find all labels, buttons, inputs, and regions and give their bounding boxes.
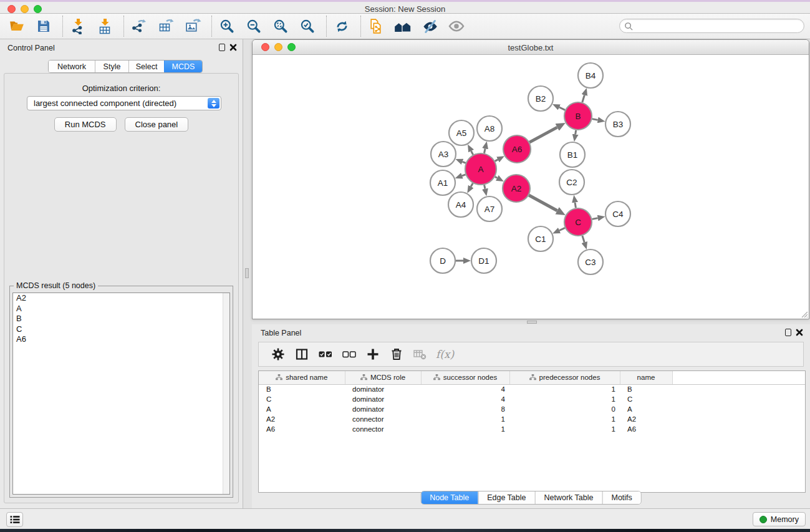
- graph-node-A6[interactable]: A6: [503, 135, 531, 163]
- import-table-button[interactable]: [95, 16, 114, 36]
- select-all-columns-button[interactable]: [316, 345, 335, 364]
- network-canvas[interactable]: B4B2BB3B1A5A8A6A3AA1C2A4A7A2C4CC1C3DD1: [253, 55, 809, 319]
- graph-node-D[interactable]: D: [430, 248, 455, 273]
- graph-node-A1[interactable]: A1: [430, 170, 455, 195]
- table-cell[interactable]: C: [259, 394, 345, 404]
- save-session-button[interactable]: [34, 16, 53, 36]
- graph-node-B3[interactable]: B3: [605, 112, 630, 137]
- graph-edge-A-A6[interactable]: [495, 160, 498, 162]
- graph-node-A4[interactable]: A4: [448, 192, 473, 217]
- table-cell[interactable]: 0: [509, 404, 620, 414]
- table-cell[interactable]: 1: [509, 384, 620, 394]
- function-builder-button[interactable]: f(x): [436, 348, 454, 360]
- zoom-in-button[interactable]: [218, 16, 236, 36]
- tab-select[interactable]: Select: [128, 60, 164, 72]
- delete-columns-button[interactable]: [387, 345, 406, 364]
- table-cell[interactable]: 4: [421, 394, 509, 404]
- graph-node-A5[interactable]: A5: [449, 120, 474, 145]
- column-header-MCDS-role[interactable]: MCDS role: [345, 371, 421, 384]
- create-column-button[interactable]: [364, 345, 382, 364]
- table-cell[interactable]: C: [620, 394, 672, 404]
- search-input[interactable]: [636, 20, 799, 32]
- graph-edge-A-A3[interactable]: [463, 162, 466, 163]
- table-cell[interactable]: A6: [259, 424, 345, 434]
- table-cell[interactable]: B: [620, 384, 672, 394]
- graph-edge-C-C2[interactable]: [575, 203, 576, 208]
- table-row[interactable]: Bdominator41B: [259, 384, 805, 394]
- mcds-result-item[interactable]: C: [13, 324, 229, 335]
- table-cell[interactable]: B: [259, 384, 345, 394]
- mcds-result-item[interactable]: B: [13, 314, 229, 324]
- graph-node-B4[interactable]: B4: [578, 63, 603, 88]
- table-cell[interactable]: 1: [421, 424, 509, 434]
- graph-node-B2[interactable]: B2: [528, 86, 553, 111]
- table-row[interactable]: Cdominator41C: [259, 394, 805, 404]
- graph-edge-A6-B[interactable]: [529, 127, 557, 142]
- table-cell[interactable]: 1: [421, 414, 509, 424]
- tab-edge-table[interactable]: Edge Table: [478, 491, 534, 504]
- table-cell[interactable]: dominator: [345, 394, 421, 404]
- column-header-predecessor-nodes[interactable]: predecessor nodes: [509, 371, 620, 384]
- table-cell[interactable]: 8: [421, 404, 509, 414]
- table-row[interactable]: Adominator80A: [259, 404, 805, 414]
- table-row[interactable]: A2connector11A2: [259, 414, 805, 424]
- table-cell[interactable]: 4: [421, 384, 509, 394]
- table-row[interactable]: A6connector11A6: [259, 424, 805, 434]
- graph-node-C2[interactable]: C2: [559, 170, 584, 195]
- tab-mcds[interactable]: MCDS: [164, 60, 202, 72]
- open-session-button[interactable]: [7, 16, 26, 36]
- table-cell[interactable]: A2: [259, 414, 345, 424]
- horizontal-splitter-handle[interactable]: [527, 321, 537, 324]
- import-network-button[interactable]: [69, 16, 87, 36]
- export-image-button[interactable]: [183, 16, 202, 36]
- graph-node-C[interactable]: C: [564, 208, 592, 236]
- network-window-titlebar[interactable]: testGlobe.txt: [253, 40, 809, 55]
- graph-edge-A-A5[interactable]: [471, 151, 473, 155]
- export-table-button[interactable]: [157, 16, 175, 36]
- table-cell[interactable]: dominator: [345, 404, 421, 414]
- export-network-button[interactable]: [130, 16, 148, 36]
- table-cell[interactable]: dominator: [345, 384, 421, 394]
- close-panel-icon[interactable]: [229, 44, 237, 51]
- graph-node-C3[interactable]: C3: [578, 249, 603, 274]
- window-resize-grip[interactable]: [800, 310, 808, 318]
- graph-node-B[interactable]: B: [564, 102, 592, 130]
- table-cell[interactable]: 1: [509, 424, 620, 434]
- zoom-selected-button[interactable]: [298, 16, 317, 36]
- graph-node-D1[interactable]: D1: [471, 248, 496, 273]
- graph-edge-A-A1[interactable]: [462, 175, 466, 176]
- graph-node-C4[interactable]: C4: [605, 201, 630, 226]
- graph-edge-C-C3[interactable]: [582, 236, 584, 243]
- graph-edge-A-A8[interactable]: [485, 148, 486, 153]
- graph-edge-B-B3[interactable]: [592, 119, 598, 120]
- close-panel-button[interactable]: Close panel: [125, 117, 189, 132]
- graph-edge-B-B4[interactable]: [582, 95, 585, 103]
- zoom-out-button[interactable]: [244, 16, 263, 36]
- result-scrollbar[interactable]: [223, 293, 229, 494]
- graph-edge-C-C4[interactable]: [592, 218, 598, 220]
- memory-button[interactable]: Memory: [753, 512, 806, 526]
- graph-node-A3[interactable]: A3: [431, 142, 456, 167]
- home-view-button[interactable]: [393, 16, 412, 36]
- clone-network-button[interactable]: [367, 16, 385, 36]
- mcds-result-item[interactable]: A2: [13, 293, 229, 304]
- close-table-panel-icon[interactable]: [796, 329, 803, 336]
- graph-edge-A-A4[interactable]: [471, 183, 473, 187]
- zoom-fit-button[interactable]: [271, 16, 290, 36]
- graph-node-B1[interactable]: B1: [560, 142, 585, 167]
- show-columns-button[interactable]: [292, 345, 311, 364]
- graph-node-A8[interactable]: A8: [477, 116, 502, 141]
- table-cell[interactable]: A: [620, 404, 672, 414]
- tab-style[interactable]: Style: [95, 60, 128, 72]
- tab-motifs[interactable]: Motifs: [602, 491, 640, 504]
- table-cell[interactable]: connector: [345, 424, 421, 434]
- refresh-button[interactable]: [332, 16, 351, 36]
- table-cell[interactable]: 1: [509, 414, 620, 424]
- graph-node-A2[interactable]: A2: [503, 175, 530, 202]
- column-header-name[interactable]: name: [620, 371, 672, 384]
- table-cell[interactable]: A2: [620, 414, 672, 424]
- column-header-successor-nodes[interactable]: successor nodes: [421, 371, 509, 384]
- tab-network[interactable]: Network: [49, 60, 95, 72]
- table-cell[interactable]: A: [259, 404, 345, 414]
- graph-node-A7[interactable]: A7: [477, 196, 502, 221]
